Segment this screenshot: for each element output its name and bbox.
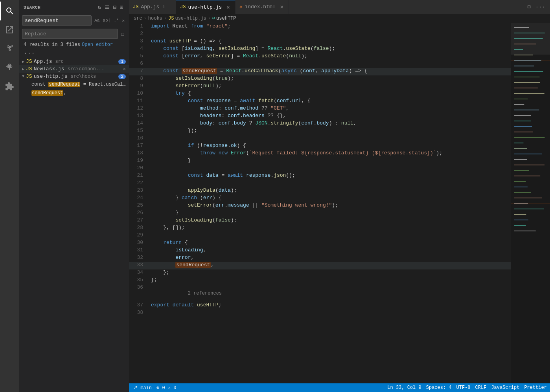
extensions-activity-icon[interactable] [0, 77, 19, 96]
match-word-icon[interactable]: ab| [101, 18, 112, 23]
tab-label-usehttp: use-http.js [188, 4, 222, 10]
status-errors[interactable]: ⊗ 0 ⚠ 0 [156, 385, 176, 391]
more-actions-icon[interactable]: ··· [534, 3, 547, 11]
chevron-right-icon2: ▶ [22, 67, 24, 71]
results-count: 4 results in 3 files [24, 42, 80, 48]
line-content: export default useHTTP; [149, 302, 550, 310]
line-content [149, 310, 550, 317]
breadcrumb-sep2: › [164, 16, 167, 21]
table-row: 30 return { [129, 240, 550, 247]
breadcrumb-hooks[interactable]: hooks [148, 16, 162, 21]
status-encoding[interactable]: UTF-8 [456, 385, 471, 390]
status-language[interactable]: JavaScript [491, 385, 519, 390]
split-editor-icon[interactable]: ⊡ [526, 3, 532, 11]
tab-close-indexhtml[interactable]: ✕ [278, 4, 285, 10]
open-new-icon[interactable]: ⊞ [119, 3, 124, 11]
status-cursor[interactable]: Ln 33, Col 9 [387, 385, 421, 390]
table-row: 33 sendRequest, [129, 262, 550, 269]
replace-all-icon[interactable]: ☐ [120, 30, 126, 38]
table-row: 9 setError(null); [129, 83, 550, 90]
search-activity-icon[interactable] [0, 2, 19, 20]
line-content [149, 165, 550, 172]
line-content: return { [149, 240, 550, 247]
debug-activity-icon[interactable] [0, 58, 19, 77]
line-content [149, 232, 550, 240]
table-row: 35 }; [129, 277, 550, 284]
table-row: 7 const sendRequest = React.useCallback(… [129, 68, 550, 75]
file-header-newtaskjs[interactable]: ▶ JS NewTask.js src\compon... ✕ [19, 65, 129, 73]
replace-input[interactable] [25, 31, 115, 37]
status-eol[interactable]: CRLF [475, 385, 487, 390]
match-text-1: const sendRequest = React.useCallb... [31, 81, 126, 88]
line-number: 35 [129, 277, 149, 284]
chevron-right-icon: ▶ [22, 59, 24, 64]
refresh-icon[interactable]: ↻ [97, 3, 102, 11]
status-prettier[interactable]: Prettier [524, 385, 547, 390]
tab-appjs[interactable]: JS App.js 1 [129, 0, 176, 14]
status-branch[interactable]: ⎇ main [132, 385, 152, 391]
breadcrumb-usehttp-fn[interactable]: ⊙useHTTP [212, 15, 236, 21]
tab-js-icon-usehttp: JS [180, 4, 186, 10]
breadcrumb-usehttpjs[interactable]: JSuse-http.js [168, 16, 206, 21]
file-header-appjs[interactable]: ▶ JS App.js src 1 [19, 58, 129, 65]
use-regex-icon[interactable]: .* [112, 18, 120, 23]
table-row: 37 export default useHTTP; [129, 302, 550, 310]
table-row: 28 }, []); [129, 225, 550, 232]
file-name-newtaskjs: NewTask.js [34, 66, 64, 72]
table-row: 15 }); [129, 128, 550, 135]
line-content: }, []); [149, 225, 550, 232]
tab-indexhtml[interactable]: ◇ index.html ✕ [235, 0, 289, 14]
table-row: 11 const response = await fetch(conf.url… [129, 98, 550, 105]
js-file-icon2: JS [26, 66, 32, 72]
match-item-1[interactable]: const sendRequest = React.useCallb... [19, 80, 129, 89]
table-row: 22 [129, 180, 550, 187]
line-number: 33 [129, 262, 149, 269]
line-content: } [149, 210, 550, 217]
line-number: 8 [129, 75, 149, 83]
open-editor-link[interactable]: Open editor [82, 42, 113, 48]
line-number: 19 [129, 158, 149, 165]
table-row: 18 throw new Error(`Request failed: ${re… [129, 150, 550, 158]
file-header-usehttpjs[interactable]: ▼ JS use-http.js src\hooks 2 [19, 73, 129, 80]
close-search-icon[interactable]: ✕ [121, 18, 126, 24]
code-area[interactable]: 1 import React from "react"; 2 3 const u… [129, 23, 550, 383]
replace-input-wrap[interactable] [22, 29, 118, 39]
match-case-icon[interactable]: Aa [93, 18, 101, 23]
line-number: 16 [129, 135, 149, 143]
explorer-activity-icon[interactable] [0, 20, 19, 39]
line-content: const data = await response.json(); [149, 172, 550, 180]
line-content: isLoading, [149, 247, 550, 255]
line-number: 14 [129, 120, 149, 128]
result-badge-usehttp: 2 [118, 74, 126, 79]
search-input-wrap[interactable] [22, 15, 92, 26]
tab-usehttpjs[interactable]: JS use-http.js ✕ [176, 0, 235, 14]
table-row: 36 2 references [129, 284, 550, 302]
tab-close-usehttp[interactable]: ✕ [225, 4, 231, 10]
line-content: const [error, setError] = React.useState… [149, 53, 550, 60]
source-control-activity-icon[interactable] [0, 39, 19, 58]
clear-icon[interactable]: ☰ [104, 3, 111, 11]
line-number: 36 [129, 284, 149, 302]
line-number: 31 [129, 247, 149, 255]
line-number: 6 [129, 60, 149, 68]
line-content: }; [149, 277, 550, 284]
match-item-2[interactable]: sendRequest, [19, 89, 129, 97]
line-number: 34 [129, 269, 149, 277]
line-content: applyData(data); [149, 187, 550, 195]
table-row: 38 [129, 310, 550, 317]
line-number: 27 [129, 217, 149, 225]
line-content: setIsLoading(false); [149, 217, 550, 225]
line-content: const response = await fetch(conf.url, { [149, 98, 550, 105]
search-input[interactable] [25, 18, 89, 24]
dots-menu[interactable]: ··· [19, 49, 129, 58]
table-row: 5 const [error, setError] = React.useSta… [129, 53, 550, 60]
breadcrumb-src[interactable]: src [134, 16, 142, 21]
status-spaces[interactable]: Spaces: 4 [426, 385, 452, 390]
table-row: 25 setError(err.message || "Something we… [129, 202, 550, 210]
collapse-icon[interactable]: ⊟ [112, 3, 118, 11]
table-row: 19 } [129, 158, 550, 165]
line-content: }); [149, 128, 550, 135]
line-number: 18 [129, 150, 149, 158]
close-newtask-icon[interactable]: ✕ [123, 66, 126, 72]
breadcrumb-sep1: › [144, 16, 147, 21]
